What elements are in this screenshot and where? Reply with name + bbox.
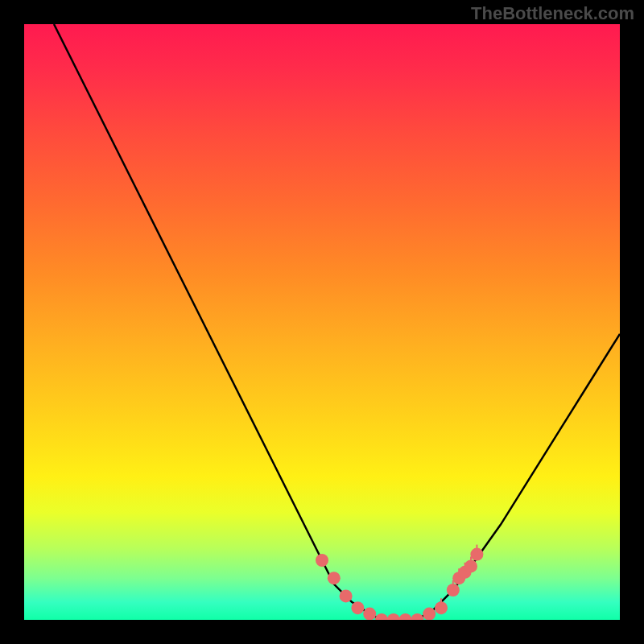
curve-line: [54, 24, 620, 620]
marker-dot: [399, 613, 412, 620]
marker-dot: [340, 589, 353, 602]
marker-dot: [316, 554, 328, 567]
chart-plot-area: [24, 24, 620, 620]
chart-svg: [24, 24, 620, 620]
marker-dot: [363, 608, 376, 620]
marker-dot: [328, 572, 341, 584]
watermark-text: TheBottleneck.com: [471, 3, 634, 24]
marker-dot: [375, 613, 388, 620]
marker-dot: [351, 601, 364, 614]
marker-dot: [411, 613, 423, 620]
marker-dot: [387, 613, 400, 620]
marker-dot: [423, 608, 436, 620]
curve-markers: [316, 545, 483, 620]
